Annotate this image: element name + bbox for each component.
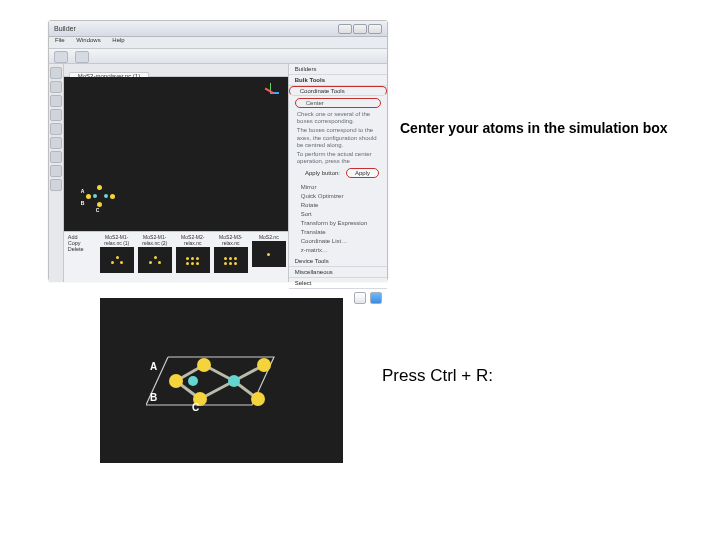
panel-item-z-matrix[interactable]: z-matrix… (289, 245, 387, 254)
close-button[interactable] (368, 24, 382, 34)
menu-file[interactable]: File (55, 37, 65, 43)
stash-item[interactable]: MoS2-M1-relax.nc (1) (100, 234, 134, 282)
maximize-button[interactable] (353, 24, 367, 34)
panel-desc: The boxes correspond to the axes, the co… (289, 126, 387, 150)
right-panel: Builders Bulk Tools Coordinate Tools Cen… (288, 64, 387, 282)
panel-item-quick-optimizer[interactable]: Quick Optimizer (289, 191, 387, 200)
molecule-zoom (146, 353, 296, 423)
panel-select-header[interactable]: Select (289, 278, 387, 289)
svg-point-9 (257, 358, 271, 372)
tool-icon[interactable] (50, 81, 62, 93)
panel-desc: Check one or several of the boxes corres… (289, 110, 387, 126)
minimize-button[interactable] (338, 24, 352, 34)
orientation-axes (260, 82, 280, 102)
panel-item-center[interactable]: Center (295, 98, 381, 108)
panel-builders-header[interactable]: Builders (289, 64, 387, 75)
left-toolbar (49, 64, 64, 282)
panel-miscellaneous-header[interactable]: Miscellaneous (289, 267, 387, 278)
stash-item[interactable]: MoS2-M1-relax.nc (2) (138, 234, 172, 282)
svg-point-10 (251, 392, 265, 406)
menu-windows[interactable]: Windows (76, 37, 100, 43)
title-bar: Builder (49, 21, 387, 37)
apply-row: Apply button: Apply (289, 166, 387, 180)
center-atoms-caption: Center your atoms in the simulation box (400, 120, 668, 136)
stash-delete[interactable]: Delete (68, 246, 98, 252)
menu-bar: File Windows Help (49, 37, 387, 49)
tool-icon[interactable] (50, 137, 62, 149)
nav-forward-icon[interactable] (370, 292, 382, 304)
viewport-3d[interactable]: A B C (64, 77, 288, 231)
axis-label-c: C (192, 402, 199, 413)
stash-ops: Add Copy Delete (64, 232, 98, 282)
axis-label-a: A (150, 361, 157, 372)
axis-label-b: B (150, 392, 157, 403)
toolbar-icon[interactable] (54, 51, 68, 63)
zoom-viewport: A B C (100, 298, 343, 463)
stash-item[interactable]: MoS2-M2-relax.nc (176, 234, 210, 282)
viewport-tabs: MoS2-monolayer.nc (1) (64, 64, 288, 77)
tool-icon[interactable] (50, 109, 62, 121)
panel-item-rotate[interactable]: Rotate (289, 200, 387, 209)
svg-point-12 (188, 376, 198, 386)
tool-icon[interactable] (50, 165, 62, 177)
top-toolbar (49, 49, 387, 64)
nav-back-icon[interactable] (354, 292, 366, 304)
svg-point-6 (169, 374, 183, 388)
stash-item[interactable]: MoS2-M3-relax.nc (214, 234, 248, 282)
menu-help[interactable]: Help (112, 37, 124, 43)
window-controls (338, 24, 382, 34)
tool-icon[interactable] (50, 67, 62, 79)
panel-coordinate-tools-header[interactable]: Coordinate Tools (289, 86, 387, 96)
panel-item-translate[interactable]: Translate (289, 227, 387, 236)
panel-bulk-tools-header[interactable]: Bulk Tools (289, 75, 387, 86)
stash-panel: Add Copy Delete MoS2-M1-relax.nc (1) MoS… (64, 231, 288, 282)
panel-device-tools-header[interactable]: Device Tools (289, 256, 387, 267)
svg-point-7 (197, 358, 211, 372)
tool-icon[interactable] (50, 151, 62, 163)
svg-point-11 (228, 375, 240, 387)
press-ctrl-r-caption: Press Ctrl + R: (382, 366, 493, 386)
tool-icon[interactable] (50, 95, 62, 107)
tool-icon[interactable] (50, 179, 62, 191)
panel-item-mirror[interactable]: Mirror (289, 182, 387, 191)
panel-item-coordinate-list[interactable]: Coordinate List… (289, 236, 387, 245)
app-title: Builder (54, 25, 76, 32)
builder-window: Builder File Windows Help MoS2-monolayer… (48, 20, 388, 281)
apply-button[interactable]: Apply (346, 168, 379, 178)
panel-item-sort[interactable]: Sort (289, 209, 387, 218)
toolbar-icon[interactable] (75, 51, 89, 63)
panel-item-transform[interactable]: Transform by Expression (289, 218, 387, 227)
tool-icon[interactable] (50, 123, 62, 135)
stash-item[interactable]: MoS2.nc (252, 234, 286, 282)
panel-desc: To perform the actual center operation, … (289, 150, 387, 166)
